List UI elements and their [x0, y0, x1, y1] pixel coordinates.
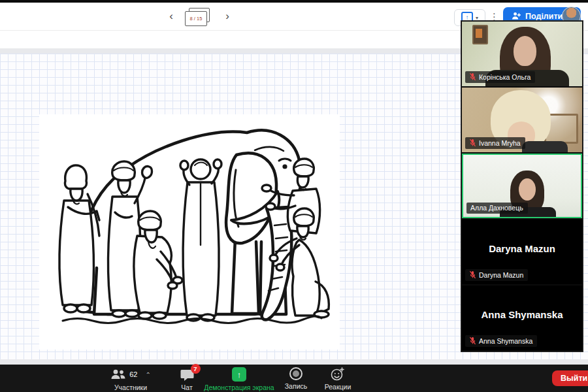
previous-slide-button[interactable]: ‹ [165, 8, 178, 24]
reactions-button[interactable]: Реакции [318, 367, 358, 391]
next-slide-button[interactable]: › [221, 8, 234, 24]
video-tile-alla-dakhnovets-active-speaker[interactable]: Алла Дахновець [462, 154, 582, 218]
participant-name-badge: Daryna Mazun [465, 269, 528, 281]
video-tile-korinska-olha[interactable]: Корінська Ольга [462, 22, 582, 86]
participants-video-panel: Корінська Ольга Ivanna Mryha Алла Дахнов… [461, 20, 583, 352]
meeting-screen: ‹ 8 / 15 › ↑ ▾ ⋮ Поділитися [0, 0, 588, 392]
slide-counter[interactable]: 8 / 15 [184, 8, 210, 26]
reactions-icon [331, 367, 345, 381]
participant-display-name: Anna Shymanska [462, 309, 582, 320]
man-holding-tail [59, 165, 99, 312]
wall-picture [472, 25, 488, 44]
video-tile-ivanna-mryha[interactable]: Ivanna Mryha [462, 88, 582, 152]
window-top-edge [0, 0, 588, 3]
slide-edge-bottom [0, 359, 588, 365]
man-back-view [180, 159, 221, 321]
muted-mic-icon [469, 139, 476, 147]
participant-name-badge: Алла Дахновець [466, 203, 528, 214]
screen-share-button[interactable]: ↑ Демонстрация экрана [196, 367, 282, 391]
participants-button[interactable]: 62 ⌃ Участники [97, 367, 165, 391]
participant-name-badge: Ivanna Mryha [465, 137, 525, 149]
video-tile-anna-shymanska-camera-off[interactable]: Anna Shymanska Anna Shymanska [462, 286, 582, 350]
share-person-icon [512, 12, 521, 20]
participants-chevron-up-icon[interactable]: ⌃ [145, 371, 150, 378]
elephant-front-leg-1 [232, 238, 259, 314]
muted-mic-icon [469, 270, 476, 279]
screen-share-icon: ↑ [232, 367, 246, 382]
leave-meeting-button[interactable]: Выйти [552, 370, 588, 386]
participants-count: 62 [129, 370, 137, 378]
muted-mic-icon [469, 73, 476, 81]
record-icon [289, 367, 302, 380]
blind-men-elephant-drawing [39, 114, 340, 350]
muted-mic-icon [469, 336, 476, 345]
participant-display-name: Daryna Mazun [462, 243, 582, 254]
elephant-eye [282, 164, 287, 169]
slide-counter-value: 8 / 15 [190, 16, 203, 22]
meeting-toolbar: 62 ⌃ Участники 7 Чат ↑ Демонстрация экра… [0, 365, 588, 392]
elephant-illustration [39, 114, 340, 350]
record-button[interactable]: Запись [278, 367, 314, 390]
participant-name-badge: Корінська Ольга [465, 71, 535, 83]
video-tile-daryna-mazun-camera-off[interactable]: Daryna Mazun Daryna Mazun [462, 220, 582, 284]
participant-name-badge: Anna Shymanska [465, 335, 537, 347]
participants-icon [110, 369, 126, 380]
